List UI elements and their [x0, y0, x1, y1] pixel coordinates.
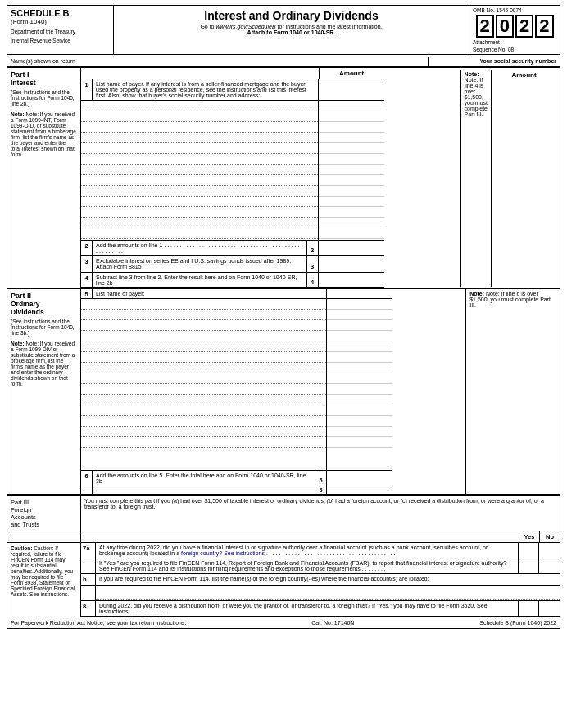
line2-amount[interactable] — [319, 241, 384, 255]
payer-line-1[interactable] — [81, 101, 318, 111]
line4-amount[interactable] — [319, 273, 384, 287]
payer-line-8[interactable] — [81, 175, 318, 186]
amount-line-11[interactable] — [319, 207, 384, 218]
part1-note: (See instructions and the Instructions f… — [11, 89, 77, 106]
amount-line-7[interactable] — [319, 165, 384, 175]
p2-payer-line-6[interactable] — [81, 352, 326, 363]
q7a-yes[interactable] — [519, 543, 539, 558]
part3-yn-spacer — [7, 531, 81, 542]
p2-payer-line-7[interactable] — [81, 363, 326, 373]
p2-amount-line-10[interactable] — [327, 395, 392, 405]
q7b-input[interactable] — [96, 586, 560, 600]
p2-amount-line-11[interactable] — [327, 405, 392, 416]
p2-amount-line-14[interactable] — [327, 437, 392, 448]
payer-line-7[interactable] — [81, 165, 318, 175]
line1-num: 1 — [81, 79, 93, 100]
p2-amount-line-2[interactable] — [327, 310, 392, 320]
header-right: OMB No. 1545-0074 2 0 2 2 Attachment Seq… — [469, 6, 560, 54]
p2-payer-line-4[interactable] — [81, 331, 326, 341]
line2-row: 2 Add the amounts on line 1 . . . . . . … — [81, 240, 384, 256]
dept-line2: Internal Revenue Service — [11, 38, 110, 43]
payer-line-13[interactable] — [81, 228, 318, 239]
p2-amount-line-6[interactable] — [327, 352, 392, 363]
q7a-p2-yes[interactable] — [519, 558, 539, 573]
part2-payer-lines-area — [81, 299, 392, 470]
p2-payer-line-3[interactable] — [81, 320, 326, 331]
q8-num: 8 — [81, 601, 96, 616]
payer-line-12[interactable] — [81, 218, 318, 228]
line3-right-num: 3 — [307, 256, 319, 272]
line1-desc: List name of payer. If any interest is f… — [93, 79, 319, 100]
p2-payer-line-9[interactable] — [81, 384, 326, 395]
year-d4: 2 — [535, 15, 553, 38]
part2-name2: Dividends — [11, 308, 77, 316]
p2-payer-line-13[interactable] — [81, 427, 326, 437]
payer-line-9[interactable] — [81, 186, 318, 197]
p2-payer-line-11[interactable] — [81, 405, 326, 416]
p2-amount-line-5[interactable] — [327, 341, 392, 352]
p2-amount-line-12[interactable] — [327, 416, 392, 427]
amount-line-6[interactable] — [319, 154, 384, 165]
payer-line-10[interactable] — [81, 197, 318, 207]
amount-line-5[interactable] — [319, 143, 384, 154]
p2-payer-line-8[interactable] — [81, 373, 326, 384]
part1-title: Part I — [11, 70, 77, 79]
p2-payer-line-2[interactable] — [81, 310, 326, 320]
payer-line-6[interactable] — [81, 154, 318, 165]
p2-payer-line-12[interactable] — [81, 416, 326, 427]
amount-line-9[interactable] — [319, 186, 384, 197]
part3-title: Part III — [11, 499, 77, 506]
p2-amount-line-7[interactable] — [327, 363, 392, 373]
payer-line-5[interactable] — [81, 143, 318, 154]
p2-payer-line-1[interactable] — [81, 299, 326, 310]
line2-num: 2 — [81, 241, 93, 255]
p2-amount-line-13[interactable] — [327, 427, 392, 437]
payer-line-11[interactable] — [81, 207, 318, 218]
line6-amount[interactable] — [327, 471, 392, 486]
q7a-p2-no[interactable] — [539, 558, 560, 573]
q8-yes[interactable] — [519, 601, 539, 616]
part2-title: Part II — [11, 292, 77, 300]
p2-payer-line-5[interactable] — [81, 341, 326, 352]
line6-row: 6 Add the amounts on line 5. Enter the t… — [81, 470, 392, 486]
p2-amount-line-9[interactable] — [327, 384, 392, 395]
p2-amount-line-3[interactable] — [327, 320, 392, 331]
form-header: SCHEDULE B (Form 1040) Department of the… — [7, 5, 560, 55]
line6-num: 6 — [81, 471, 93, 486]
amount-line-2[interactable] — [319, 111, 384, 122]
year-d3: 2 — [515, 15, 533, 38]
p2-amount-line-4[interactable] — [327, 331, 392, 341]
p2-payer-line-14[interactable] — [81, 437, 326, 448]
part1-note2: Note: Note: If you received a Form 1099-… — [11, 111, 77, 157]
p2-amount-line-8[interactable] — [327, 373, 392, 384]
part3-intro: You must complete this part if you (a) h… — [81, 496, 560, 531]
amount-line-1[interactable] — [319, 101, 384, 111]
q7b-input-row — [81, 586, 560, 600]
part1-amount-header-row: Amount — [81, 68, 384, 79]
line3-amount[interactable] — [319, 256, 384, 272]
q8-text: During 2022, did you receive a distribut… — [96, 601, 519, 616]
amount-line-3[interactable] — [319, 122, 384, 133]
part2-amount-header: Amount — [491, 70, 556, 287]
p2-payer-line-10[interactable] — [81, 395, 326, 405]
payer-line-2[interactable] — [81, 111, 318, 122]
spacer3 — [327, 486, 392, 494]
part1-note-text: Note: Note: If line 4 is over $1,500, yo… — [461, 70, 491, 287]
part2-name1: Ordinary — [11, 300, 77, 308]
amount-line-12[interactable] — [319, 218, 384, 228]
p2-amount-line-1[interactable] — [327, 299, 392, 310]
yes-header: Yes — [519, 531, 539, 542]
form-ref: (Form 1040) — [11, 18, 110, 25]
q8-no[interactable] — [539, 601, 560, 616]
part3-questions: 7a At any time during 2022, did you have… — [81, 543, 560, 617]
part1-note-spacer — [388, 70, 461, 287]
amount-line-4[interactable] — [319, 133, 384, 143]
part3-section: Part III Foreign Accounts and Trusts You… — [7, 495, 560, 617]
amount-line-13[interactable] — [319, 228, 384, 239]
amount-line-10[interactable] — [319, 197, 384, 207]
payer-line-3[interactable] — [81, 122, 318, 133]
q7a-no[interactable] — [539, 543, 560, 558]
amount-line-8[interactable] — [319, 175, 384, 186]
line5-amount-header-space — [327, 289, 392, 298]
payer-line-4[interactable] — [81, 133, 318, 143]
